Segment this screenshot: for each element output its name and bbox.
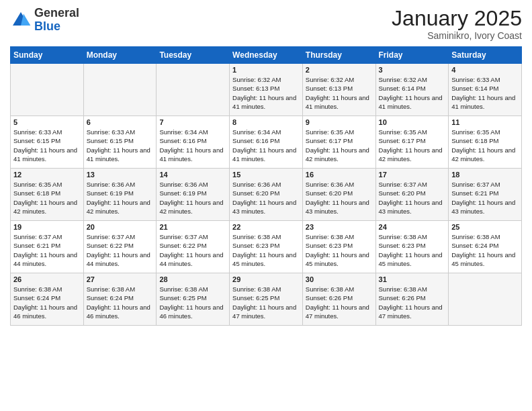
- week-row-2: 5Sunrise: 6:33 AM Sunset: 6:15 PM Daylig…: [11, 116, 522, 169]
- logo-general: General: [34, 6, 79, 19]
- day-cell: 28Sunrise: 6:38 AM Sunset: 6:25 PM Dayli…: [157, 273, 230, 326]
- day-info: Sunrise: 6:37 AM Sunset: 6:22 PM Dayligh…: [159, 232, 226, 268]
- day-number: 21: [159, 223, 226, 231]
- day-number: 12: [13, 171, 81, 179]
- calendar-subtitle: Saminikro, Ivory Coast: [392, 30, 522, 41]
- day-cell: 30Sunrise: 6:38 AM Sunset: 6:26 PM Dayli…: [302, 273, 375, 326]
- day-number: 5: [13, 118, 81, 126]
- day-number: 8: [232, 118, 300, 126]
- day-cell: 13Sunrise: 6:36 AM Sunset: 6:19 PM Dayli…: [83, 169, 157, 221]
- col-saturday: Saturday: [449, 47, 522, 64]
- day-cell: 9Sunrise: 6:35 AM Sunset: 6:17 PM Daylig…: [302, 116, 375, 169]
- day-cell: 12Sunrise: 6:35 AM Sunset: 6:18 PM Dayli…: [11, 169, 84, 221]
- day-cell: 11Sunrise: 6:35 AM Sunset: 6:18 PM Dayli…: [449, 116, 522, 169]
- day-number: 27: [87, 275, 154, 283]
- day-number: 25: [451, 223, 519, 231]
- day-number: 20: [87, 223, 154, 231]
- day-number: 7: [159, 118, 226, 126]
- day-info: Sunrise: 6:37 AM Sunset: 6:21 PM Dayligh…: [451, 180, 519, 216]
- day-number: 1: [232, 66, 300, 74]
- day-number: 3: [379, 66, 446, 74]
- day-info: Sunrise: 6:38 AM Sunset: 6:23 PM Dayligh…: [306, 232, 373, 268]
- header: General Blue January 2025 Saminikro, Ivo…: [10, 7, 522, 41]
- day-cell: 5Sunrise: 6:33 AM Sunset: 6:15 PM Daylig…: [11, 116, 84, 169]
- title-block: January 2025 Saminikro, Ivory Coast: [392, 7, 522, 41]
- day-info: Sunrise: 6:37 AM Sunset: 6:22 PM Dayligh…: [87, 232, 154, 268]
- day-cell: 16Sunrise: 6:36 AM Sunset: 6:20 PM Dayli…: [302, 169, 375, 221]
- day-info: Sunrise: 6:32 AM Sunset: 6:14 PM Dayligh…: [379, 75, 446, 111]
- day-info: Sunrise: 6:32 AM Sunset: 6:13 PM Dayligh…: [232, 75, 300, 111]
- calendar-table: Sunday Monday Tuesday Wednesday Thursday…: [10, 46, 522, 326]
- day-number: 19: [13, 223, 81, 231]
- col-sunday: Sunday: [11, 47, 84, 64]
- day-cell: 29Sunrise: 6:38 AM Sunset: 6:25 PM Dayli…: [230, 273, 303, 326]
- day-number: 2: [306, 66, 373, 74]
- day-cell: 23Sunrise: 6:38 AM Sunset: 6:23 PM Dayli…: [302, 221, 375, 273]
- day-number: 13: [87, 171, 154, 179]
- day-info: Sunrise: 6:38 AM Sunset: 6:24 PM Dayligh…: [87, 285, 154, 320]
- day-number: 17: [379, 171, 446, 179]
- day-cell: 4Sunrise: 6:33 AM Sunset: 6:14 PM Daylig…: [449, 64, 522, 116]
- week-row-5: 26Sunrise: 6:38 AM Sunset: 6:24 PM Dayli…: [11, 273, 522, 326]
- day-cell: 21Sunrise: 6:37 AM Sunset: 6:22 PM Dayli…: [157, 221, 230, 273]
- day-number: 9: [306, 118, 373, 126]
- day-number: 26: [13, 275, 81, 283]
- day-number: 23: [306, 223, 373, 231]
- day-cell: [11, 64, 84, 116]
- day-info: Sunrise: 6:38 AM Sunset: 6:25 PM Dayligh…: [159, 285, 226, 320]
- day-number: 30: [306, 275, 373, 283]
- day-cell: [83, 64, 157, 116]
- logo-icon: [10, 9, 32, 31]
- day-number: 14: [159, 171, 226, 179]
- day-info: Sunrise: 6:35 AM Sunset: 6:18 PM Dayligh…: [13, 180, 81, 216]
- day-info: Sunrise: 6:36 AM Sunset: 6:19 PM Dayligh…: [159, 180, 226, 216]
- day-cell: 14Sunrise: 6:36 AM Sunset: 6:19 PM Dayli…: [157, 169, 230, 221]
- day-number: 6: [87, 118, 154, 126]
- header-row: Sunday Monday Tuesday Wednesday Thursday…: [11, 47, 522, 64]
- day-info: Sunrise: 6:38 AM Sunset: 6:23 PM Dayligh…: [232, 232, 300, 268]
- day-info: Sunrise: 6:35 AM Sunset: 6:18 PM Dayligh…: [451, 128, 519, 163]
- day-number: 29: [232, 275, 300, 283]
- day-info: Sunrise: 6:32 AM Sunset: 6:13 PM Dayligh…: [306, 75, 373, 111]
- week-row-1: 1Sunrise: 6:32 AM Sunset: 6:13 PM Daylig…: [11, 64, 522, 116]
- day-info: Sunrise: 6:36 AM Sunset: 6:19 PM Dayligh…: [87, 180, 154, 216]
- day-info: Sunrise: 6:38 AM Sunset: 6:25 PM Dayligh…: [232, 285, 300, 320]
- day-cell: 7Sunrise: 6:34 AM Sunset: 6:16 PM Daylig…: [157, 116, 230, 169]
- day-info: Sunrise: 6:34 AM Sunset: 6:16 PM Dayligh…: [159, 128, 226, 163]
- week-row-4: 19Sunrise: 6:37 AM Sunset: 6:21 PM Dayli…: [11, 221, 522, 273]
- week-row-3: 12Sunrise: 6:35 AM Sunset: 6:18 PM Dayli…: [11, 169, 522, 221]
- day-number: 24: [379, 223, 446, 231]
- day-info: Sunrise: 6:33 AM Sunset: 6:14 PM Dayligh…: [451, 75, 519, 111]
- day-cell: [157, 64, 230, 116]
- logo-text: General Blue: [34, 7, 79, 34]
- day-info: Sunrise: 6:33 AM Sunset: 6:15 PM Dayligh…: [13, 128, 81, 163]
- day-cell: 24Sunrise: 6:38 AM Sunset: 6:23 PM Dayli…: [375, 221, 449, 273]
- col-wednesday: Wednesday: [230, 47, 303, 64]
- day-cell: 17Sunrise: 6:37 AM Sunset: 6:20 PM Dayli…: [375, 169, 449, 221]
- day-number: 22: [232, 223, 300, 231]
- day-cell: 25Sunrise: 6:38 AM Sunset: 6:24 PM Dayli…: [449, 221, 522, 273]
- day-info: Sunrise: 6:33 AM Sunset: 6:15 PM Dayligh…: [87, 128, 154, 163]
- col-tuesday: Tuesday: [157, 47, 230, 64]
- day-info: Sunrise: 6:38 AM Sunset: 6:24 PM Dayligh…: [451, 232, 519, 268]
- col-thursday: Thursday: [302, 47, 375, 64]
- day-cell: 15Sunrise: 6:36 AM Sunset: 6:20 PM Dayli…: [230, 169, 303, 221]
- day-cell: 22Sunrise: 6:38 AM Sunset: 6:23 PM Dayli…: [230, 221, 303, 273]
- day-number: 28: [159, 275, 226, 283]
- day-number: 18: [451, 171, 519, 179]
- day-info: Sunrise: 6:38 AM Sunset: 6:24 PM Dayligh…: [13, 285, 81, 320]
- day-info: Sunrise: 6:36 AM Sunset: 6:20 PM Dayligh…: [306, 180, 373, 216]
- day-number: 31: [379, 275, 446, 283]
- col-monday: Monday: [83, 47, 157, 64]
- day-info: Sunrise: 6:38 AM Sunset: 6:26 PM Dayligh…: [379, 285, 446, 320]
- day-cell: 3Sunrise: 6:32 AM Sunset: 6:14 PM Daylig…: [375, 64, 449, 116]
- day-cell: 27Sunrise: 6:38 AM Sunset: 6:24 PM Dayli…: [83, 273, 157, 326]
- day-cell: 6Sunrise: 6:33 AM Sunset: 6:15 PM Daylig…: [83, 116, 157, 169]
- day-number: 16: [306, 171, 373, 179]
- day-number: 4: [451, 66, 519, 74]
- day-cell: 19Sunrise: 6:37 AM Sunset: 6:21 PM Dayli…: [11, 221, 84, 273]
- day-cell: 20Sunrise: 6:37 AM Sunset: 6:22 PM Dayli…: [83, 221, 157, 273]
- day-cell: 8Sunrise: 6:34 AM Sunset: 6:16 PM Daylig…: [230, 116, 303, 169]
- day-cell: 18Sunrise: 6:37 AM Sunset: 6:21 PM Dayli…: [449, 169, 522, 221]
- day-number: 10: [379, 118, 446, 126]
